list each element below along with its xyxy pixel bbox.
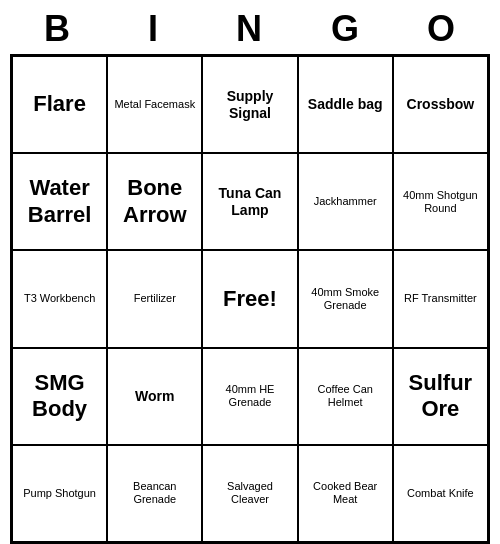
bingo-cell-1[interactable]: Metal Facemask xyxy=(107,56,202,153)
bingo-cell-9[interactable]: 40mm Shotgun Round xyxy=(393,153,488,250)
bingo-cell-3[interactable]: Saddle bag xyxy=(298,56,393,153)
bingo-cell-15[interactable]: SMG Body xyxy=(12,348,107,445)
bingo-cell-5[interactable]: Water Barrel xyxy=(12,153,107,250)
header-g: G xyxy=(302,8,390,50)
bingo-cell-18[interactable]: Coffee Can Helmet xyxy=(298,348,393,445)
bingo-grid: FlareMetal FacemaskSupply SignalSaddle b… xyxy=(10,54,490,544)
bingo-cell-17[interactable]: 40mm HE Grenade xyxy=(202,348,297,445)
bingo-cell-16[interactable]: Worm xyxy=(107,348,202,445)
bingo-cell-6[interactable]: Bone Arrow xyxy=(107,153,202,250)
bingo-cell-4[interactable]: Crossbow xyxy=(393,56,488,153)
bingo-cell-8[interactable]: Jackhammer xyxy=(298,153,393,250)
bingo-cell-12[interactable]: Free! xyxy=(202,250,297,347)
header-n: N xyxy=(206,8,294,50)
bingo-cell-23[interactable]: Cooked Bear Meat xyxy=(298,445,393,542)
bingo-cell-10[interactable]: T3 Workbench xyxy=(12,250,107,347)
bingo-cell-2[interactable]: Supply Signal xyxy=(202,56,297,153)
bingo-cell-21[interactable]: Beancan Grenade xyxy=(107,445,202,542)
header-o: O xyxy=(398,8,486,50)
bingo-header: B I N G O xyxy=(10,0,490,54)
bingo-cell-11[interactable]: Fertilizer xyxy=(107,250,202,347)
bingo-cell-13[interactable]: 40mm Smoke Grenade xyxy=(298,250,393,347)
bingo-cell-7[interactable]: Tuna Can Lamp xyxy=(202,153,297,250)
header-b: B xyxy=(14,8,102,50)
bingo-cell-19[interactable]: Sulfur Ore xyxy=(393,348,488,445)
bingo-cell-20[interactable]: Pump Shotgun xyxy=(12,445,107,542)
header-i: I xyxy=(110,8,198,50)
bingo-cell-24[interactable]: Combat Knife xyxy=(393,445,488,542)
bingo-cell-0[interactable]: Flare xyxy=(12,56,107,153)
bingo-cell-22[interactable]: Salvaged Cleaver xyxy=(202,445,297,542)
bingo-cell-14[interactable]: RF Transmitter xyxy=(393,250,488,347)
